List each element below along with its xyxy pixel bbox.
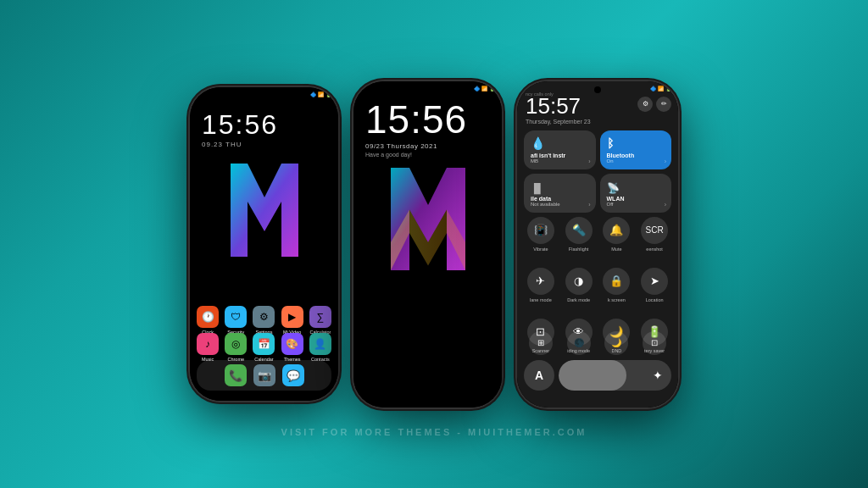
toggle-bluetooth[interactable]: ᛒ Bluetooth On › bbox=[600, 130, 672, 169]
ctrl-row-2: ✈ lane mode ◑ Dark mode 🔒 k screen ➤ Loc… bbox=[524, 268, 671, 302]
phone2-camera bbox=[425, 86, 431, 93]
phone2-clock: 15:56 09/23 Thursday 2021 Have a good da… bbox=[365, 100, 467, 158]
phone1-clock: 15:56 09.23 THU bbox=[202, 111, 278, 148]
phone-3: ncy calls only 🔷 📶 🔋 15:57 Thursday, Sep… bbox=[517, 81, 678, 408]
app-mivideo[interactable]: ▶Mi Video bbox=[280, 306, 305, 335]
bottom-controls: A ✦ bbox=[524, 360, 671, 391]
watermark: VISIT FOR MORE THEMES - MIUITHEMER.COM bbox=[281, 427, 587, 437]
dock-messages[interactable]: 💬 bbox=[282, 364, 304, 386]
ctrl-vibrate[interactable]: 📳 Vibrate bbox=[524, 217, 558, 252]
ctrl-mute[interactable]: 🔔 Mute bbox=[600, 217, 634, 252]
cc-date: Thursday, September 23 bbox=[526, 119, 591, 125]
app-music[interactable]: ♪Music bbox=[195, 333, 220, 362]
phone1-dock: 📞 📷 💬 bbox=[197, 360, 331, 391]
cc-header-icons: ⚙ ✏ bbox=[637, 97, 671, 112]
phone2-date: 09/23 Thursday 2021 bbox=[365, 142, 467, 150]
phone1-app-grid-row1: 🕐Clock 🛡Security ⚙Settings ▶Mi Video ∑Ca… bbox=[195, 306, 333, 335]
phone2-mi-logo bbox=[381, 158, 475, 280]
app-settings[interactable]: ⚙Settings bbox=[251, 306, 276, 335]
settings-icon[interactable]: ⚙ bbox=[637, 97, 653, 112]
cc-time: 15:57 bbox=[526, 95, 591, 117]
phone1-camera bbox=[261, 92, 268, 99]
edit-icon[interactable]: ✏ bbox=[656, 97, 671, 112]
phone1-time: 15:56 bbox=[202, 111, 278, 138]
ctrl-location[interactable]: ➤ Location bbox=[637, 268, 671, 302]
phone1-mi-logo bbox=[222, 155, 307, 265]
phone-2-screen: 🔷 📶 🔋 bbox=[353, 81, 502, 408]
phone-2: 🔷 📶 🔋 bbox=[353, 81, 502, 408]
cc-header: 15:57 Thursday, September 23 bbox=[526, 95, 591, 125]
ctrl-flashlight[interactable]: 🔦 Flashlight bbox=[562, 217, 596, 252]
ctrl-airplane[interactable]: ✈ lane mode bbox=[524, 268, 558, 302]
phone3-camera bbox=[594, 86, 601, 93]
app-themes[interactable]: 🎨Themes bbox=[280, 333, 305, 362]
app-chrome[interactable]: ◎Chrome bbox=[223, 333, 248, 362]
dock-phone[interactable]: 📞 bbox=[225, 364, 247, 386]
ctrl-screenshot[interactable]: SCR eenshot bbox=[637, 217, 671, 252]
brightness-fill bbox=[559, 360, 626, 391]
toggle-wlan[interactable]: 📡 WLAN Off › bbox=[600, 174, 672, 213]
app-calendar[interactable]: 📅Calendar bbox=[251, 333, 276, 362]
brightness-slider[interactable]: ✦ bbox=[559, 360, 671, 391]
phone1-app-grid-row2: ♪Music ◎Chrome 📅Calendar 🎨Themes 👤Contac… bbox=[195, 333, 333, 362]
btn-a[interactable]: A bbox=[524, 360, 554, 391]
extra-icons: ⊞ 🌑 🌙 ⊡ bbox=[524, 331, 671, 355]
ctrl-darkmode[interactable]: ◑ Dark mode bbox=[562, 268, 596, 302]
app-contacts[interactable]: 👤Contacts bbox=[308, 333, 333, 362]
phone-1-screen: 🔷 📶 🔋 1 bbox=[190, 87, 338, 401]
phone1-date: 09.23 THU bbox=[202, 141, 278, 148]
app-calculator[interactable]: ∑Calculator bbox=[308, 306, 333, 335]
quick-toggles: 💧 afi isn't instr MB › ᛒ Bluetooth O bbox=[524, 130, 671, 213]
extra-icon-4[interactable]: ⊡ bbox=[637, 331, 671, 355]
app-security[interactable]: 🛡Security bbox=[223, 306, 248, 335]
phone2-time: 15:56 bbox=[365, 100, 467, 139]
brightness-icon: ✦ bbox=[653, 369, 663, 382]
extra-icon-3[interactable]: 🌙 bbox=[600, 331, 634, 355]
app-clock[interactable]: 🕐Clock bbox=[195, 306, 220, 335]
toggle-mobile-data[interactable]: ▐▌ ile data Not available › bbox=[524, 174, 596, 213]
ctrl-lockscreen[interactable]: 🔒 k screen bbox=[600, 268, 634, 302]
extra-icon-1[interactable]: ⊞ bbox=[524, 331, 558, 355]
phone-3-screen: ncy calls only 🔷 📶 🔋 15:57 Thursday, Sep… bbox=[517, 81, 678, 408]
toggle-wifi[interactable]: 💧 afi isn't instr MB › bbox=[524, 130, 596, 169]
extra-icon-2[interactable]: 🌑 bbox=[562, 331, 596, 355]
dock-camera[interactable]: 📷 bbox=[253, 364, 275, 386]
phone-1: 🔷 📶 🔋 1 bbox=[190, 87, 338, 401]
phone2-greeting: Have a good day! bbox=[365, 152, 467, 158]
ctrl-row-1: 📳 Vibrate 🔦 Flashlight 🔔 Mute SCR eensho… bbox=[524, 217, 671, 252]
